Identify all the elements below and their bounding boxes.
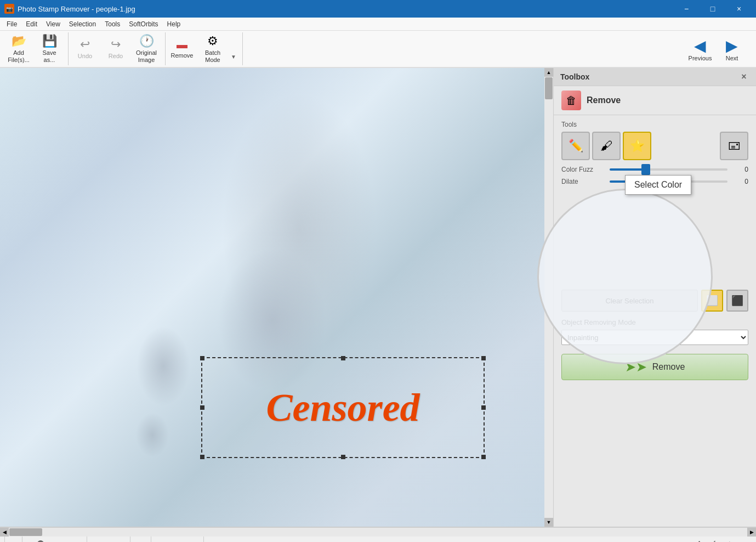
image-canvas[interactable]: Censored xyxy=(0,68,544,527)
original-image-button[interactable]: 🕐 OriginalImage xyxy=(132,33,161,64)
add-files-button[interactable]: 📂 AddFile(s)... xyxy=(4,33,33,64)
save-icon: 💾 xyxy=(42,34,57,48)
dilate-value: 0 xyxy=(732,178,748,185)
image-background: Censored xyxy=(0,68,544,527)
next-arrow-icon: ▶ xyxy=(726,37,738,55)
color-fuzz-fill xyxy=(610,168,645,171)
minimize-button[interactable]: − xyxy=(674,0,699,18)
format-display: JPG xyxy=(130,537,151,542)
canvas-scrollbar-vertical[interactable]: ▲ ▼ xyxy=(544,68,553,527)
tool-stamp-button[interactable]: 🖃 xyxy=(720,132,748,160)
menu-softorbits[interactable]: SoftOrbits xyxy=(124,19,162,29)
toolbox-header: Toolbox × xyxy=(554,68,756,86)
color-fuzz-row: Color Fuzz 0 xyxy=(561,166,748,173)
toolbar-expand-arrow[interactable]: ▼ xyxy=(231,54,236,60)
scroll-track-vertical[interactable] xyxy=(544,77,553,518)
selection-mode-button-active[interactable]: ⬜ xyxy=(701,290,723,312)
canvas-area[interactable]: Censored ▲ ▼ xyxy=(0,68,553,527)
remove-action-label: Remove xyxy=(652,362,685,372)
action-row: Clear Selection ⬜ ⬛ xyxy=(561,290,748,312)
brush-icon: 🖌 xyxy=(600,139,612,153)
handle-middle-left[interactable] xyxy=(200,405,204,410)
zoom-controls[interactable]: − + xyxy=(22,537,87,542)
main-content: Censored ▲ ▼ Toolbox × 🗑 Remove xyxy=(0,68,756,527)
clear-selection-button[interactable]: Clear Selection xyxy=(561,290,698,312)
menu-file[interactable]: File xyxy=(2,19,21,29)
nav-area: ◀ Previous ▶ Next xyxy=(685,32,752,65)
save-as-button[interactable]: 💾 Saveas... xyxy=(35,33,64,64)
handle-bottom-right[interactable] xyxy=(481,455,486,459)
menu-help[interactable]: Help xyxy=(163,19,185,29)
redo-icon: ↪ xyxy=(111,37,121,52)
toolbox-panel: Toolbox × 🗑 Remove Tools ✏️ 🖌 ⭐ xyxy=(553,68,756,527)
menubar: File Edit View Selection Tools SoftOrbit… xyxy=(0,18,756,31)
maximize-button[interactable]: □ xyxy=(700,0,725,18)
menu-edit[interactable]: Edit xyxy=(21,19,42,29)
scroll-right-arrow[interactable]: ▶ xyxy=(747,528,756,537)
handle-middle-right[interactable] xyxy=(481,405,486,410)
menu-selection[interactable]: Selection xyxy=(65,19,100,29)
scroll-left-arrow[interactable]: ◀ xyxy=(0,528,9,537)
selection-rect-icon: ⬜ xyxy=(706,295,718,307)
status-right-icons: ℹ f t ▶ xyxy=(692,538,752,543)
remove-section-icon: 🗑 xyxy=(561,91,581,110)
pencil-icon: ✏️ xyxy=(569,139,583,153)
scroll-track-horizontal[interactable] xyxy=(9,528,747,537)
mode-select-dropdown[interactable]: Inpainting Smart Fill Background Fill xyxy=(561,330,748,345)
previous-label: Previous xyxy=(689,55,712,61)
remove-button-toolbar[interactable]: ▬ Remove xyxy=(168,33,196,64)
scroll-thumb-horizontal[interactable] xyxy=(9,528,42,536)
handle-top-middle[interactable] xyxy=(341,356,345,360)
horizontal-scrollbar[interactable]: ◀ ▶ xyxy=(0,527,756,536)
scroll-down-arrow[interactable]: ▼ xyxy=(544,518,553,527)
object-removing-mode-label: Object Removing Mode xyxy=(561,318,748,326)
scroll-up-arrow[interactable]: ▲ xyxy=(544,68,553,77)
selection-box[interactable]: Censored xyxy=(201,357,484,458)
batch-mode-button[interactable]: ⚙ BatchMode xyxy=(198,33,227,64)
scroll-thumb-vertical[interactable] xyxy=(545,77,553,99)
selection-mode-button-inactive[interactable]: ⬛ xyxy=(726,290,748,312)
undo-button[interactable]: ↩ Undo xyxy=(71,33,99,64)
color-fuzz-label: Color Fuzz xyxy=(561,166,605,173)
handle-top-right[interactable] xyxy=(481,356,486,360)
tools-section-label: Tools xyxy=(561,121,748,128)
remove-action-button[interactable]: ➤➤ Remove xyxy=(561,354,748,380)
color-fuzz-thumb[interactable] xyxy=(641,164,650,175)
remove-icon: ▬ xyxy=(177,38,187,51)
toolbox-close-button[interactable]: × xyxy=(738,71,749,82)
selection-lasso-icon: ⬛ xyxy=(731,295,743,307)
close-button[interactable]: × xyxy=(726,0,752,18)
dilate-label: Dilate xyxy=(561,178,605,185)
tool-pencil-button[interactable]: ✏️ xyxy=(561,132,590,160)
handle-bottom-left[interactable] xyxy=(200,455,204,459)
twitter-icon[interactable]: t xyxy=(723,538,736,543)
color-fuzz-slider[interactable] xyxy=(610,168,727,171)
redo-button[interactable]: ↪ Redo xyxy=(101,33,130,64)
next-label: Next xyxy=(726,55,738,61)
select-color-popup[interactable]: Select Color xyxy=(625,175,691,195)
tool-magic-wand-button[interactable]: ⭐ xyxy=(623,132,651,160)
toolbar-group-remove: ▬ Remove ⚙ BatchMode ▼ xyxy=(168,32,243,65)
tool-brush-button[interactable]: 🖌 xyxy=(592,132,621,160)
add-files-label: AddFile(s)... xyxy=(8,49,30,64)
next-button[interactable]: ▶ Next xyxy=(717,32,747,65)
handle-top-left[interactable] xyxy=(200,356,204,360)
handle-bottom-middle[interactable] xyxy=(341,455,345,459)
youtube-icon[interactable]: ▶ xyxy=(738,538,752,543)
save-as-label: Saveas... xyxy=(42,49,56,64)
mode-select-row: Inpainting Smart Fill Background Fill xyxy=(561,330,748,345)
menu-tools[interactable]: Tools xyxy=(100,19,124,29)
original-image-label: OriginalImage xyxy=(136,49,157,64)
facebook-icon[interactable]: f xyxy=(708,538,721,543)
undo-label: Undo xyxy=(78,53,92,60)
menu-view[interactable]: View xyxy=(42,19,65,29)
toolbar-group-edit: ↩ Undo ↪ Redo 🕐 OriginalImage xyxy=(71,32,166,65)
zoom-slider-thumb[interactable] xyxy=(37,540,44,543)
remove-label: Remove xyxy=(171,52,194,59)
window-title: Photo Stamp Remover - people-1.jpg xyxy=(18,5,135,13)
original-image-icon: 🕐 xyxy=(139,34,154,48)
titlebar-left: 📷 Photo Stamp Remover - people-1.jpg xyxy=(4,4,135,14)
info-button[interactable]: ℹ xyxy=(692,538,706,543)
redo-label: Redo xyxy=(109,53,123,60)
previous-button[interactable]: ◀ Previous xyxy=(685,32,715,65)
